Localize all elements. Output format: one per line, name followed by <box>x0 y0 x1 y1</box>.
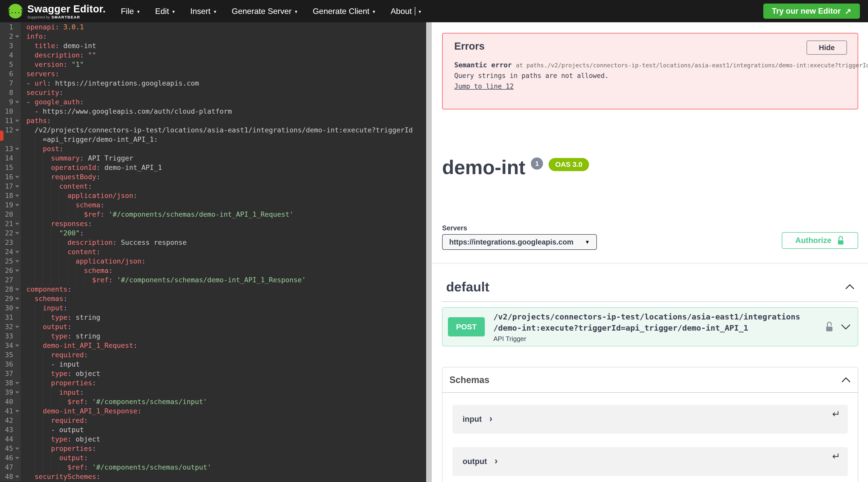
code-line[interactable]: =api_trigger/demo-int_API_1: <box>21 135 426 144</box>
return-icon[interactable]: ↵ <box>832 451 840 462</box>
code-line[interactable]: type: object <box>21 369 426 378</box>
code-line[interactable]: input: <box>21 303 426 313</box>
code-line[interactable]: version: "1" <box>21 60 426 69</box>
fold-caret-icon[interactable] <box>15 298 19 300</box>
hide-errors-button[interactable]: Hide <box>807 40 847 55</box>
tag-default-header[interactable]: default <box>442 263 858 302</box>
code-line[interactable]: info: <box>21 32 426 41</box>
menu-about[interactable]: About▼ <box>391 7 422 16</box>
operation-summary: API Trigger <box>493 335 825 342</box>
fold-caret-icon[interactable] <box>15 129 19 132</box>
fold-caret-icon[interactable] <box>15 457 19 459</box>
code-line[interactable]: $ref: '#/components/schemas/input' <box>21 397 426 406</box>
code-line[interactable]: - output <box>21 425 426 434</box>
fold-caret-icon[interactable] <box>15 120 19 122</box>
code-line[interactable]: content: <box>21 181 426 191</box>
code-line[interactable]: components: <box>21 285 426 294</box>
code-line[interactable]: - google_auth: <box>21 97 426 107</box>
yaml-code-editor[interactable]: 1openapi: 3.0.12info:3title: demo-int4de… <box>0 22 426 482</box>
code-line[interactable]: demo-int_API_1_Response: <box>21 406 426 416</box>
code-line[interactable]: operationId: demo-int_API_1 <box>21 163 426 172</box>
code-line[interactable]: securitySchemes: <box>21 472 426 481</box>
fold-caret-icon[interactable] <box>15 307 19 309</box>
schema-row-output[interactable]: output›↵ <box>453 447 848 476</box>
menu-edit[interactable]: Edit▼ <box>155 7 176 16</box>
code-line[interactable]: type: string <box>21 331 426 341</box>
schema-row-input[interactable]: input›↵ <box>453 405 848 434</box>
fold-caret-icon[interactable] <box>15 344 19 347</box>
menu-generate-server[interactable]: Generate Server▼ <box>232 7 298 16</box>
code-line[interactable]: type: object <box>21 434 426 444</box>
post-operation-row[interactable]: POST /v2/projects/connectors-ip-test/loc… <box>442 307 858 346</box>
menu-file[interactable]: File▼ <box>121 7 141 16</box>
collapse-chevron-up-icon[interactable] <box>845 284 855 290</box>
pane-splitter[interactable] <box>426 22 432 482</box>
code-line[interactable]: responses: <box>21 219 426 228</box>
menu-generate-client[interactable]: Generate Client▼ <box>313 7 376 16</box>
fold-caret-icon[interactable] <box>15 101 19 103</box>
code-line[interactable]: security: <box>21 88 426 97</box>
fold-caret-icon[interactable] <box>15 204 19 206</box>
fold-caret-icon[interactable] <box>15 251 19 253</box>
code-line[interactable]: properties: <box>21 378 426 388</box>
code-line[interactable]: $ref: '#/components/schemas/output' <box>21 462 426 472</box>
fold-caret-icon[interactable] <box>15 176 19 178</box>
code-line[interactable]: input: <box>21 388 426 397</box>
fold-caret-icon[interactable] <box>15 410 19 413</box>
lock-unlocked-icon[interactable] <box>825 321 834 332</box>
code-line[interactable]: description: "" <box>21 50 426 60</box>
code-line[interactable]: $ref: '#/components/schemas/demo-int_API… <box>21 275 426 285</box>
code-line[interactable]: - input <box>21 360 426 369</box>
code-line[interactable]: required: <box>21 416 426 425</box>
gutter-cell: 34 <box>0 341 21 350</box>
code-line[interactable]: type: string <box>21 313 426 322</box>
fold-caret-icon[interactable] <box>15 195 19 197</box>
code-line[interactable]: output: <box>21 322 426 331</box>
fold-caret-icon[interactable] <box>15 260 19 262</box>
code-line[interactable]: title: demo-int <box>21 41 426 50</box>
code-line[interactable]: description: Success response <box>21 238 426 247</box>
code-line[interactable]: /v2/projects/connectors-ip-test/location… <box>21 125 426 135</box>
code-line[interactable]: summary: API Trigger <box>21 153 426 163</box>
code-line[interactable]: required: <box>21 350 426 360</box>
code-line[interactable]: - https://www.googleapis.com/auth/cloud-… <box>21 107 426 116</box>
authorize-button[interactable]: Authorize <box>782 232 858 249</box>
server-select[interactable]: https://integrations.googleapis.com ▼ <box>442 234 597 250</box>
code-line[interactable]: output: <box>21 453 426 462</box>
fold-caret-icon[interactable] <box>15 148 19 150</box>
menu-insert[interactable]: Insert▼ <box>190 7 217 16</box>
fold-caret-icon[interactable] <box>15 476 19 478</box>
code-line[interactable]: schema: <box>21 200 426 209</box>
fold-caret-icon[interactable] <box>15 288 19 291</box>
return-icon[interactable]: ↵ <box>832 408 840 420</box>
code-line[interactable]: servers: <box>21 69 426 79</box>
schemas-header[interactable]: Schemas <box>442 367 858 393</box>
fold-caret-icon[interactable] <box>15 270 19 272</box>
fold-caret-icon[interactable] <box>15 232 19 234</box>
fold-caret-icon[interactable] <box>15 326 19 328</box>
code-line[interactable]: - url: https://integrations.googleapis.c… <box>21 79 426 88</box>
fold-caret-icon[interactable] <box>15 185 19 188</box>
fold-caret-icon[interactable] <box>15 223 19 225</box>
code-line[interactable]: $ref: '#/components/schemas/demo-int_API… <box>21 209 426 219</box>
code-line[interactable]: schema: <box>21 266 426 275</box>
code-line[interactable]: demo-int_API_1_Request: <box>21 341 426 350</box>
code-line[interactable]: schemas: <box>21 294 426 303</box>
try-new-editor-button[interactable]: Try our new Editor ↗ <box>763 4 860 19</box>
code-line[interactable]: "200": <box>21 228 426 238</box>
code-line[interactable]: requestBody: <box>21 172 426 181</box>
code-line[interactable]: openapi: 3.0.1 <box>21 22 426 32</box>
collapse-chevron-up-icon[interactable] <box>841 377 851 383</box>
code-line[interactable]: content: <box>21 247 426 256</box>
fold-caret-icon[interactable] <box>15 35 19 38</box>
code-line[interactable]: application/json: <box>21 191 426 200</box>
fold-caret-icon[interactable] <box>15 448 19 450</box>
code-line[interactable]: properties: <box>21 444 426 453</box>
code-line[interactable]: application/json: <box>21 256 426 266</box>
expand-chevron-down-icon[interactable] <box>841 324 851 330</box>
fold-caret-icon[interactable] <box>15 382 19 384</box>
code-line[interactable]: paths: <box>21 116 426 125</box>
jump-to-line-link[interactable]: Jump to line 12 <box>454 83 514 90</box>
fold-caret-icon[interactable] <box>15 391 19 394</box>
code-line[interactable]: post: <box>21 144 426 153</box>
